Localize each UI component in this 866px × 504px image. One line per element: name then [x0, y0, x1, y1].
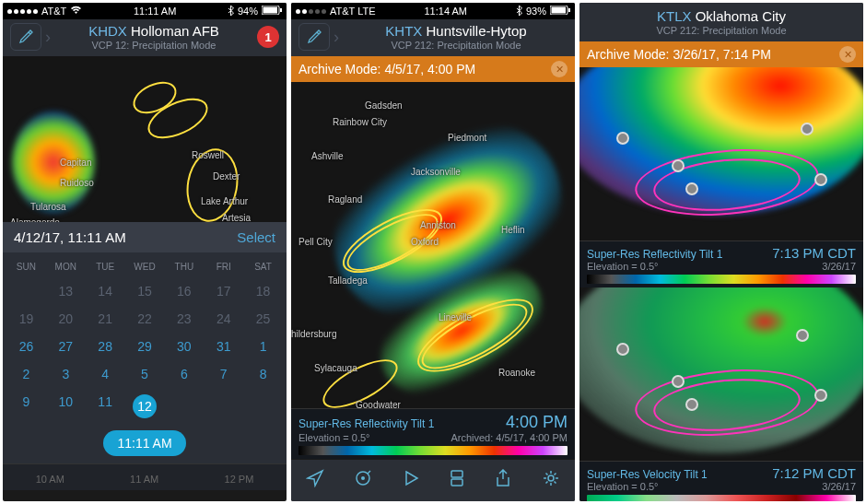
- storm-marker[interactable]: [672, 375, 685, 388]
- color-scale: [587, 275, 856, 284]
- carrier-label: AT&T: [41, 6, 66, 17]
- calendar-day[interactable]: 13: [46, 277, 86, 305]
- station-code: KTLX: [657, 8, 692, 24]
- time-axis[interactable]: 10 AM11 AM12 PM: [3, 463, 287, 490]
- calendar-day[interactable]: 26: [6, 333, 46, 360]
- storm-marker[interactable]: [616, 343, 629, 356]
- storm-marker[interactable]: [616, 132, 629, 145]
- share-icon[interactable]: [495, 469, 511, 492]
- color-scale: [298, 446, 568, 455]
- calendar-day[interactable]: 22: [125, 305, 165, 333]
- gear-icon[interactable]: [542, 469, 560, 492]
- calendar-day[interactable]: 31: [204, 333, 243, 360]
- calendar-day[interactable]: 23: [164, 305, 204, 333]
- screenshot-center: AT&T LTE 11:14 AM 93% › KHTX Huntsville-…: [291, 3, 575, 501]
- calendar-day[interactable]: 19: [6, 305, 46, 333]
- calendar-day[interactable]: [204, 388, 243, 425]
- calendar-day[interactable]: 18: [243, 277, 283, 305]
- station-name: Huntsville-Hytop: [426, 23, 526, 39]
- calendar-day[interactable]: 20: [46, 305, 86, 333]
- calendar-day[interactable]: 25: [243, 305, 283, 333]
- calendar-day[interactable]: 7: [204, 360, 243, 388]
- calendar-day[interactable]: 12: [125, 388, 165, 425]
- archive-datetime: 3/26/17, 7:14 PM: [673, 47, 771, 62]
- calendar-day[interactable]: 3: [46, 360, 86, 388]
- carrier-label: AT&T LTE: [330, 6, 376, 17]
- calendar-day[interactable]: 24: [204, 305, 243, 333]
- calendar-day[interactable]: 28: [86, 333, 125, 360]
- datetime-row: 4/12/17, 11:11 AM Select: [3, 222, 287, 252]
- radar-map[interactable]: Capitan Ruidoso Tularosa Alamogordo Rosw…: [3, 56, 287, 222]
- calendar-day[interactable]: 27: [46, 333, 86, 360]
- layers-icon[interactable]: [449, 469, 465, 492]
- svg-point-10: [548, 475, 554, 481]
- station-code: KHDX: [88, 23, 127, 39]
- location-icon[interactable]: [306, 469, 324, 492]
- calendar-day[interactable]: 17: [204, 277, 243, 305]
- storm-marker[interactable]: [672, 159, 685, 172]
- chevron-right-icon[interactable]: ›: [45, 28, 51, 47]
- bluetooth-icon: [228, 6, 234, 18]
- archive-datetime: 4/5/17, 4:00 PM: [384, 62, 475, 76]
- svg-rect-5: [568, 8, 570, 12]
- edit-button[interactable]: [10, 23, 41, 51]
- storm-marker[interactable]: [801, 123, 813, 135]
- station-title[interactable]: KHTX Huntsville-Hytop VCP 212: Precipita…: [345, 23, 568, 51]
- calendar-day[interactable]: 15: [125, 277, 165, 305]
- product-info-bottom: Super-Res Velocity Tilt 17:12 PM CDT Ele…: [579, 461, 863, 501]
- status-time: 11:14 AM: [425, 6, 467, 17]
- storm-marker[interactable]: [685, 398, 698, 411]
- calendar-day[interactable]: 11: [86, 388, 125, 425]
- radar-map-top[interactable]: [579, 67, 863, 240]
- battery-label: 93%: [526, 6, 546, 17]
- city-label: Ruidoso: [60, 178, 94, 188]
- city-label: Dexter: [213, 171, 240, 182]
- storm-marker[interactable]: [814, 389, 827, 402]
- station-title[interactable]: KHDX Holloman AFB VCP 12: Precipitation …: [56, 23, 252, 51]
- radar-map-bottom[interactable]: [579, 287, 863, 461]
- time-bubble[interactable]: 11:11 AM: [103, 430, 186, 456]
- calendar-day[interactable]: [6, 277, 46, 305]
- calendar-day[interactable]: 21: [86, 305, 125, 333]
- calendar-day[interactable]: [164, 388, 204, 425]
- storm-marker[interactable]: [814, 173, 827, 186]
- calendar-day[interactable]: 30: [164, 333, 204, 360]
- product-archived: Archived: 4/5/17, 4:00 PM: [451, 432, 568, 443]
- calendar-day[interactable]: 5: [125, 360, 165, 388]
- calendar-day[interactable]: 4: [86, 360, 125, 388]
- svg-rect-8: [451, 471, 462, 477]
- signal-dots: [296, 9, 326, 14]
- calendar-day[interactable]: 2: [6, 360, 46, 388]
- status-bar: AT&T LTE 11:14 AM 93%: [291, 3, 575, 19]
- calendar-day[interactable]: 14: [86, 277, 125, 305]
- product-name: Super-Res Reflectivity Tilt 1: [298, 417, 434, 430]
- storm-marker[interactable]: [796, 329, 809, 342]
- calendar-day[interactable]: 1: [243, 333, 283, 360]
- station-title[interactable]: KTLX Oklahoma City VCP 212: Precipitatio…: [587, 8, 856, 36]
- product-elevation: Elevation = 0.5°: [298, 432, 369, 443]
- city-label: Capitan: [60, 158, 91, 168]
- city-label: Roswell: [192, 150, 224, 160]
- play-icon[interactable]: [403, 470, 419, 491]
- calendar-day[interactable]: 8: [243, 360, 283, 388]
- vcp-mode: VCP 12: Precipitation Mode: [56, 40, 252, 51]
- storm-marker[interactable]: [685, 182, 698, 195]
- archive-banner: Archive Mode: 3/26/17, 7:14 PM ✕: [579, 41, 863, 67]
- alert-badge[interactable]: 1: [257, 26, 279, 48]
- close-icon[interactable]: ✕: [551, 61, 568, 77]
- calendar[interactable]: SUNMONTUEWEDTHUFRISAT 131415161718192021…: [3, 252, 287, 463]
- calendar-day[interactable]: 9: [6, 388, 46, 425]
- screenshot-left: AT&T 11:11 AM 94% › KHDX Holloman AFB VC…: [3, 3, 287, 501]
- edit-button[interactable]: [298, 23, 330, 51]
- calendar-day[interactable]: [243, 388, 283, 425]
- svg-rect-9: [451, 479, 462, 486]
- target-icon[interactable]: [354, 469, 372, 492]
- close-icon[interactable]: ✕: [839, 46, 856, 63]
- calendar-day[interactable]: 29: [125, 333, 165, 360]
- chevron-right-icon[interactable]: ›: [334, 28, 339, 47]
- calendar-day[interactable]: 16: [164, 277, 204, 305]
- calendar-day[interactable]: 10: [46, 388, 86, 425]
- select-button[interactable]: Select: [237, 229, 275, 245]
- radar-map[interactable]: Gadsden Rainbow City Ashville Piedmont J…: [291, 82, 575, 408]
- calendar-day[interactable]: 6: [164, 360, 204, 388]
